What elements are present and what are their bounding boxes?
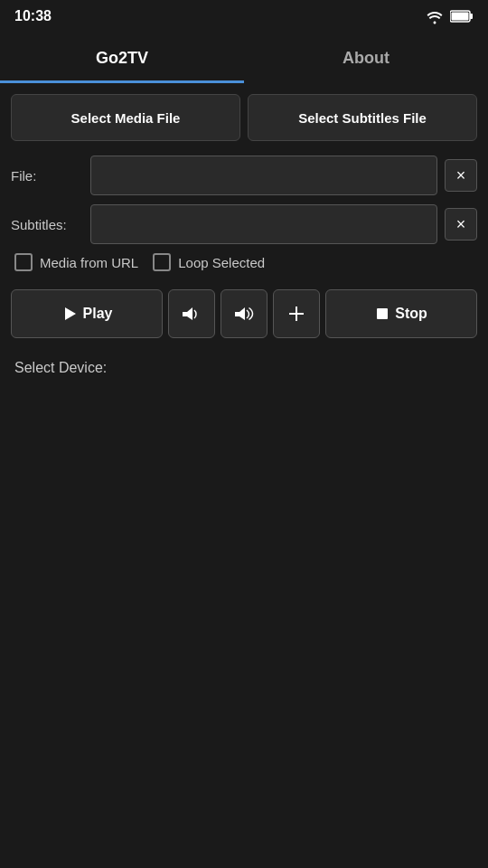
loop-selected-box	[153, 253, 171, 271]
file-clear-button[interactable]: ×	[445, 159, 477, 192]
select-device-row: Select Device:	[11, 360, 477, 376]
checkbox-row: Media from URL Loop Selected	[14, 253, 477, 271]
svg-rect-1	[470, 14, 473, 19]
loop-selected-checkbox[interactable]: Loop Selected	[153, 253, 265, 271]
volume-button[interactable]	[221, 289, 267, 338]
volume-icon	[234, 306, 254, 322]
svg-rect-9	[289, 313, 304, 315]
subtitles-clear-button[interactable]: ×	[445, 208, 477, 241]
tab-go2tv[interactable]: Go2TV	[0, 33, 244, 83]
media-from-url-checkbox[interactable]: Media from URL	[14, 253, 138, 271]
svg-marker-5	[187, 307, 192, 320]
svg-rect-2	[452, 13, 469, 21]
file-label: File:	[11, 168, 83, 184]
controls-row: Play	[11, 289, 477, 338]
select-subtitles-button[interactable]: Select Subtitles File	[248, 94, 477, 141]
svg-rect-6	[235, 312, 239, 316]
battery-icon	[450, 9, 474, 24]
main-content: Select Media File Select Subtitles File …	[0, 83, 488, 387]
svg-marker-7	[239, 307, 245, 320]
status-time: 10:38	[14, 8, 52, 24]
volume-down-button[interactable]	[168, 289, 215, 338]
button-row: Select Media File Select Subtitles File	[11, 94, 477, 141]
play-button[interactable]: Play	[11, 289, 163, 338]
select-media-button[interactable]: Select Media File	[11, 94, 240, 141]
file-input[interactable]	[90, 156, 437, 195]
status-bar: 10:38	[0, 0, 488, 33]
svg-marker-3	[65, 307, 76, 320]
subtitles-row: Subtitles: ×	[11, 204, 477, 244]
volume-down-icon	[182, 306, 202, 322]
tab-underline	[0, 80, 244, 83]
add-button[interactable]	[273, 289, 320, 338]
stop-button[interactable]: Stop	[325, 289, 477, 338]
svg-rect-4	[183, 312, 187, 316]
svg-rect-10	[377, 308, 388, 319]
loop-selected-label: Loop Selected	[178, 255, 265, 270]
plus-icon	[287, 305, 305, 323]
status-icons	[425, 8, 474, 24]
play-icon	[61, 306, 78, 322]
stop-icon	[375, 307, 389, 321]
media-from-url-label: Media from URL	[40, 255, 138, 270]
select-device-label: Select Device:	[14, 360, 107, 375]
file-row: File: ×	[11, 156, 477, 195]
subtitles-input[interactable]	[90, 204, 437, 244]
media-from-url-box	[14, 253, 33, 271]
tab-about[interactable]: About	[244, 33, 488, 83]
tab-bar: Go2TV About	[0, 33, 488, 83]
subtitles-label: Subtitles:	[11, 217, 83, 232]
wifi-icon	[425, 8, 445, 24]
